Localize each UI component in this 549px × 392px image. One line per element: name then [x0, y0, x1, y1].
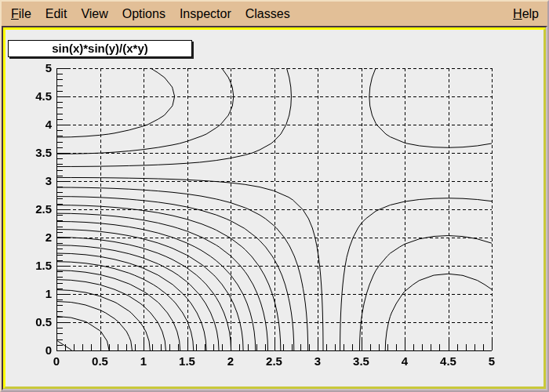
title-pave[interactable]: sin(x)*sin(y)/(x*y)	[8, 40, 192, 57]
menu-help[interactable]: Help	[506, 2, 546, 25]
menu-inspector[interactable]: Inspector	[173, 2, 238, 25]
menu-options[interactable]: Options	[115, 2, 173, 25]
contour-plot[interactable]	[5, 30, 544, 387]
menu-bar: File Edit View Options Inspector Classes…	[2, 2, 547, 26]
root-canvas-window: File Edit View Options Inspector Classes…	[0, 0, 549, 392]
menu-file[interactable]: File	[4, 2, 38, 25]
menu-edit[interactable]: Edit	[38, 2, 75, 25]
canvas-pad[interactable]: sin(x)*sin(y)/(x*y)	[5, 30, 544, 387]
menu-classes[interactable]: Classes	[238, 2, 297, 25]
canvas-client-area: sin(x)*sin(y)/(x*y)	[2, 26, 547, 390]
selected-pad-highlight-border: sin(x)*sin(y)/(x*y)	[3, 27, 546, 389]
menu-view[interactable]: View	[74, 2, 115, 25]
